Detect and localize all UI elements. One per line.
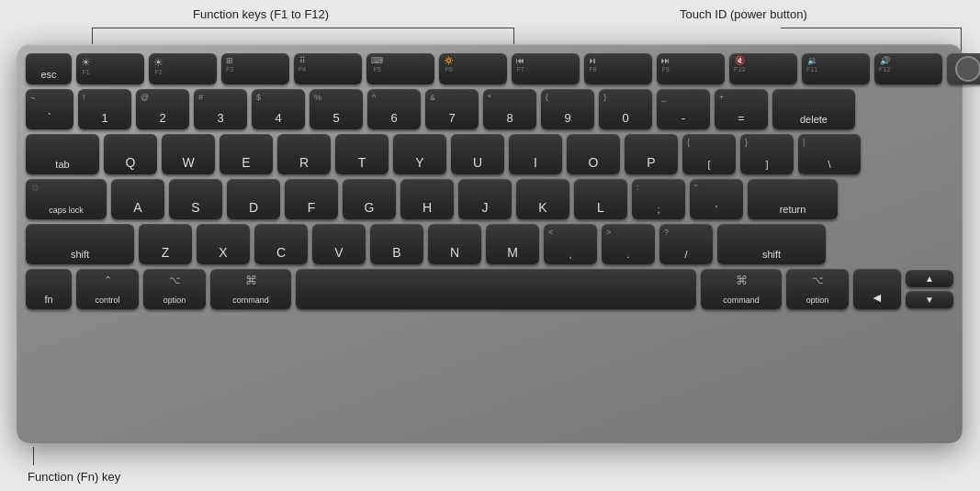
key-space[interactable] bbox=[296, 269, 696, 309]
key-tab[interactable]: tab bbox=[26, 134, 99, 174]
key-caps-lock[interactable]: caps lock bbox=[26, 179, 107, 219]
key-k[interactable]: K bbox=[516, 179, 569, 219]
key-minus[interactable]: _ - bbox=[657, 89, 710, 129]
key-2[interactable]: @ 2 bbox=[136, 89, 189, 129]
number-key-row: ~ ` ! 1 @ 2 # 3 $ 4 % 5 bbox=[26, 89, 953, 129]
key-g[interactable]: G bbox=[343, 179, 396, 219]
key-touchid[interactable] bbox=[947, 53, 980, 84]
key-4[interactable]: $ 4 bbox=[252, 89, 305, 129]
key-a[interactable]: A bbox=[111, 179, 164, 219]
key-8[interactable]: * 8 bbox=[483, 89, 536, 129]
key-shift-right[interactable]: shift bbox=[717, 224, 826, 264]
touchid-label: Touch ID (power button) bbox=[680, 7, 807, 21]
arrow-up-down-container: ▲ ▼ bbox=[906, 270, 953, 308]
key-backtick[interactable]: ~ ` bbox=[26, 89, 73, 129]
key-arrow-down[interactable]: ▼ bbox=[906, 291, 953, 308]
key-delete[interactable]: delete bbox=[772, 89, 855, 129]
key-equals[interactable]: + = bbox=[715, 89, 768, 129]
key-command-right[interactable]: ⌘ command bbox=[701, 269, 782, 309]
key-backslash[interactable]: | \ bbox=[798, 134, 861, 174]
key-f6[interactable]: 🔅 F6 bbox=[439, 53, 507, 84]
key-j[interactable]: J bbox=[458, 179, 512, 219]
key-f1[interactable]: ☀ F1 bbox=[76, 53, 144, 84]
key-7[interactable]: & 7 bbox=[425, 89, 479, 129]
key-f3[interactable]: ⊞ F3 bbox=[221, 53, 289, 84]
key-9[interactable]: ( 9 bbox=[541, 89, 594, 129]
key-f12[interactable]: 🔊 F12 bbox=[874, 53, 942, 84]
key-f9[interactable]: ⏭ F9 bbox=[657, 53, 725, 84]
key-option-right[interactable]: ⌥ option bbox=[786, 269, 849, 309]
key-arrow-left[interactable]: ◄ bbox=[853, 269, 901, 309]
key-control[interactable]: ⌃ control bbox=[76, 269, 139, 309]
key-y[interactable]: Y bbox=[393, 134, 446, 174]
key-command-left[interactable]: ⌘ command bbox=[210, 269, 291, 309]
key-f8[interactable]: ⏯ F8 bbox=[584, 53, 652, 84]
key-l[interactable]: L bbox=[574, 179, 627, 219]
fn-key-label: Function (Fn) key bbox=[28, 470, 120, 484]
qwerty-key-row: tab Q W E R T Y U I bbox=[26, 134, 953, 174]
touchid-ring bbox=[955, 56, 980, 82]
key-f2[interactable]: ☀ F2 bbox=[149, 53, 217, 84]
key-n[interactable]: N bbox=[428, 224, 481, 264]
key-left-bracket[interactable]: { [ bbox=[682, 134, 736, 174]
bottom-key-row: fn ⌃ control ⌥ option ⌘ command ⌘ comman… bbox=[26, 269, 953, 309]
key-5[interactable]: % 5 bbox=[310, 89, 363, 129]
key-f[interactable]: F bbox=[285, 179, 338, 219]
key-shift-left[interactable]: shift bbox=[26, 224, 134, 264]
key-m[interactable]: M bbox=[486, 224, 539, 264]
key-t[interactable]: T bbox=[335, 134, 389, 174]
key-o[interactable]: O bbox=[567, 134, 620, 174]
key-b[interactable]: B bbox=[370, 224, 423, 264]
key-z[interactable]: Z bbox=[139, 224, 192, 264]
caps-lock-indicator bbox=[32, 184, 39, 191]
function-keys-label: Function keys (F1 to F12) bbox=[193, 7, 329, 21]
key-period[interactable]: > . bbox=[602, 224, 655, 264]
key-u[interactable]: U bbox=[451, 134, 504, 174]
key-f4[interactable]: ⠿ F4 bbox=[294, 53, 362, 84]
key-r[interactable]: R bbox=[277, 134, 331, 174]
key-esc[interactable]: esc bbox=[26, 53, 72, 84]
function-key-row: esc ☀ F1 ☀ F2 ⊞ F3 bbox=[26, 53, 953, 84]
key-v[interactable]: V bbox=[312, 224, 366, 264]
key-i[interactable]: I bbox=[509, 134, 562, 174]
asdf-key-row: caps lock A S D F G H J bbox=[26, 179, 953, 219]
keyboard: esc ☀ F1 ☀ F2 ⊞ F3 bbox=[17, 44, 963, 443]
key-option-left[interactable]: ⌥ option bbox=[143, 269, 206, 309]
key-6[interactable]: ^ 6 bbox=[367, 89, 421, 129]
key-f7[interactable]: ⏮ F7 bbox=[512, 53, 580, 84]
key-fn[interactable]: fn bbox=[26, 269, 72, 309]
key-comma[interactable]: < , bbox=[544, 224, 597, 264]
key-d[interactable]: D bbox=[227, 179, 280, 219]
key-s[interactable]: S bbox=[169, 179, 222, 219]
key-slash[interactable]: ? / bbox=[659, 224, 713, 264]
key-h[interactable]: H bbox=[400, 179, 454, 219]
key-1[interactable]: ! 1 bbox=[78, 89, 131, 129]
key-q[interactable]: Q bbox=[104, 134, 157, 174]
key-f5[interactable]: ⌨ F5 bbox=[366, 53, 434, 84]
key-return[interactable]: return bbox=[748, 179, 838, 219]
key-right-bracket[interactable]: } ] bbox=[740, 134, 794, 174]
key-x[interactable]: X bbox=[197, 224, 250, 264]
key-arrow-up[interactable]: ▲ bbox=[906, 270, 953, 287]
zxcv-key-row: shift Z X C V B N M < bbox=[26, 224, 953, 264]
keyboard-diagram: Function keys (F1 to F12) Touch ID (powe… bbox=[0, 0, 980, 491]
key-w[interactable]: W bbox=[162, 134, 215, 174]
key-semicolon[interactable]: : ; bbox=[632, 179, 685, 219]
key-f11[interactable]: 🔉 F11 bbox=[802, 53, 870, 84]
key-0[interactable]: ) 0 bbox=[599, 89, 652, 129]
key-p[interactable]: P bbox=[625, 134, 678, 174]
key-3[interactable]: # 3 bbox=[194, 89, 247, 129]
key-f10[interactable]: 🔇 F10 bbox=[729, 53, 797, 84]
key-e[interactable]: E bbox=[220, 134, 273, 174]
key-c[interactable]: C bbox=[254, 224, 308, 264]
key-quote[interactable]: " ' bbox=[690, 179, 743, 219]
